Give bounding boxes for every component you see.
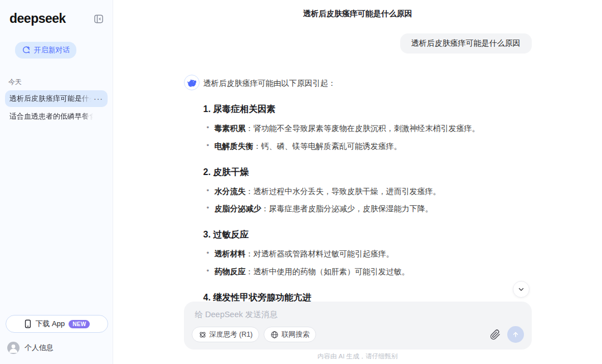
bullet-list: 水分流失：透析过程中水分丢失，导致皮肤干燥，进而引发瘙痒。皮脂分泌减少：尿毒症患…: [203, 186, 532, 215]
bullet-label: 水分流失: [215, 187, 246, 196]
chat-history-list: 透析后皮肤瘙痒可能是什么原因 ··· 适合血透患者的低磷早餐食谱: [5, 90, 108, 126]
phone-icon: [24, 319, 32, 328]
chat-header: 透析后皮肤瘙痒可能是什么原因: [113, 0, 602, 28]
scroll-to-bottom-button[interactable]: [513, 281, 530, 298]
bullet-item: 药物反应：透析中使用的药物（如肝素）可能引发过敏。: [203, 266, 532, 277]
section-heading: 2. 皮肤干燥: [203, 167, 532, 178]
answer-section: 4. 继发性甲状旁腺功能亢进 高磷血症：肾功能不全导致磷排泄减少，血磷升高，刺激…: [203, 292, 532, 302]
bullet-text: ：钙、磷、镁等电解质紊乱可能诱发瘙痒。: [254, 142, 402, 151]
bullet-item: 毒素积累：肾功能不全导致尿素等废物在皮肤沉积，刺激神经末梢引发瘙痒。: [203, 123, 532, 134]
bullet-item: 透析材料：对透析器或管路材料过敏可能引起瘙痒。: [203, 248, 532, 259]
paperclip-icon: [490, 329, 501, 340]
atom-icon: [198, 331, 207, 339]
arrow-up-icon: [512, 331, 520, 338]
bullet-item: 水分流失：透析过程中水分丢失，导致皮肤干燥，进而引发瘙痒。: [203, 186, 532, 197]
bullet-item: 皮脂分泌减少：尿毒症患者皮脂分泌减少，皮肤保湿能力下降。: [203, 203, 532, 214]
deep-think-label: 深度思考 (R1): [210, 330, 253, 339]
chat-history-title: 透析后皮肤瘙痒可能是什么原因: [9, 94, 91, 104]
download-app-button[interactable]: 下载 App NEW: [6, 315, 108, 333]
collapse-sidebar-icon[interactable]: [92, 12, 105, 26]
page-title: 透析后皮肤瘙痒可能是什么原因: [303, 9, 412, 19]
answer-section: 2. 皮肤干燥 水分流失：透析过程中水分丢失，导致皮肤干燥，进而引发瘙痒。皮脂分…: [203, 167, 532, 215]
bullet-label: 电解质失衡: [215, 142, 254, 151]
chat-history-item[interactable]: 透析后皮肤瘙痒可能是什么原因 ···: [5, 90, 108, 107]
new-chat-icon: [22, 46, 31, 55]
bullet-list: 毒素积累：肾功能不全导致尿素等废物在皮肤沉积，刺激神经末梢引发瘙痒。电解质失衡：…: [203, 123, 532, 152]
bullet-label: 毒素积累: [215, 124, 246, 133]
assistant-message: 透析后皮肤瘙痒可能由以下原因引起： 1. 尿毒症相关因素 毒素积累：肾功能不全导…: [184, 75, 532, 302]
assistant-intro: 透析后皮肤瘙痒可能由以下原因引起：: [203, 77, 532, 89]
ai-disclaimer: 内容由 AI 生成，请仔细甄别: [113, 350, 602, 364]
section-heading: 4. 继发性甲状旁腺功能亢进: [203, 292, 532, 302]
answer-section: 1. 尿毒症相关因素 毒素积累：肾功能不全导致尿素等废物在皮肤沉积，刺激神经末梢…: [203, 104, 532, 152]
web-search-label: 联网搜索: [281, 330, 309, 339]
message-composer[interactable]: 深度思考 (R1) 联网搜索: [184, 302, 532, 350]
bullet-text: ：尿毒症患者皮脂分泌减少，皮肤保湿能力下降。: [261, 204, 433, 213]
send-button[interactable]: [507, 326, 524, 343]
bullet-text: ：透析过程中水分丢失，导致皮肤干燥，进而引发瘙痒。: [246, 187, 441, 196]
bullet-label: 皮脂分泌减少: [215, 204, 261, 213]
bullet-text: ：肾功能不全导致尿素等废物在皮肤沉积，刺激神经末梢引发瘙痒。: [246, 124, 480, 133]
composer-wrap: 深度思考 (R1) 联网搜索: [113, 302, 602, 364]
profile-label: 个人信息: [25, 343, 54, 353]
chat-scroll-area[interactable]: 透析后皮肤瘙痒可能是什么原因 透析后皮肤瘙痒可能由以下原因引起： 1. 尿毒症相…: [113, 28, 602, 302]
bullet-label: 透析材料: [215, 249, 246, 258]
bullet-item: 电解质失衡：钙、磷、镁等电解质紊乱可能诱发瘙痒。: [203, 140, 532, 152]
bullet-label: 药物反应: [215, 267, 246, 276]
deepseek-logo: deepseek: [9, 11, 66, 26]
chat-history-title: 适合血透患者的低磷早餐食谱: [9, 111, 93, 122]
new-chat-label: 开启新对话: [34, 45, 70, 55]
more-options-icon[interactable]: ···: [91, 94, 103, 103]
new-badge: NEW: [69, 320, 90, 328]
assistant-message-content: 透析后皮肤瘙痒可能由以下原因引起： 1. 尿毒症相关因素 毒素积累：肾功能不全导…: [203, 75, 532, 302]
user-avatar-icon: [7, 342, 20, 354]
deepseek-app: deepseek 开启新对话 今天 透析后皮肤瘙痒可能是什么原因 ···: [0, 0, 602, 364]
section-heading: 1. 尿毒症相关因素: [203, 104, 532, 115]
new-chat-button[interactable]: 开启新对话: [15, 42, 76, 59]
chat-history-item[interactable]: 适合血透患者的低磷早餐食谱: [5, 108, 108, 125]
history-date-label: 今天: [8, 77, 108, 87]
web-search-toggle[interactable]: 联网搜索: [264, 327, 316, 342]
sidebar: deepseek 开启新对话 今天 透析后皮肤瘙痒可能是什么原因 ···: [0, 0, 113, 364]
deep-think-toggle[interactable]: 深度思考 (R1): [192, 327, 260, 342]
bullet-text: ：透析中使用的药物（如肝素）可能引发过敏。: [246, 267, 410, 276]
user-message-bubble: 透析后皮肤瘙痒可能是什么原因: [400, 33, 532, 54]
profile-button[interactable]: 个人信息: [7, 342, 108, 354]
attach-file-button[interactable]: [490, 329, 501, 340]
section-heading: 3. 过敏反应: [203, 229, 532, 241]
main-area: 透析后皮肤瘙痒可能是什么原因 透析后皮肤瘙痒可能是什么原因 透析后皮肤瘙痒可能由…: [113, 0, 602, 364]
globe-icon: [270, 331, 279, 339]
chevron-down-icon: [517, 285, 525, 293]
bullet-text: ：对透析器或管路材料过敏可能引起瘙痒。: [246, 249, 394, 258]
message-input[interactable]: [192, 309, 524, 326]
download-app-label: 下载 App: [36, 319, 65, 329]
bullet-list: 透析材料：对透析器或管路材料过敏可能引起瘙痒。药物反应：透析中使用的药物（如肝素…: [203, 248, 532, 277]
deepseek-whale-icon: [184, 75, 200, 90]
answer-section: 3. 过敏反应 透析材料：对透析器或管路材料过敏可能引起瘙痒。药物反应：透析中使…: [203, 229, 532, 277]
